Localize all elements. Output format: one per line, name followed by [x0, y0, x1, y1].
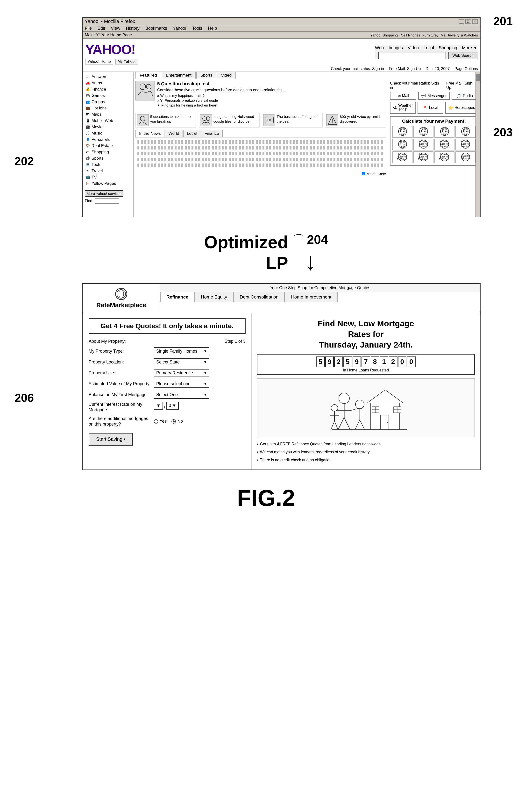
interest-dropdown-1[interactable]: ▼	[156, 403, 160, 408]
sign-in-link[interactable]: Sign in	[390, 81, 439, 90]
loan-15yr[interactable]: 15 yrFixed Loan	[393, 139, 413, 150]
tab-featured[interactable]: Featured	[135, 72, 161, 79]
lp-tab-refinance[interactable]: Refinance	[160, 292, 195, 302]
messenger-button[interactable]: 💬Messenger	[418, 92, 450, 100]
mail-button[interactable]: ✉Mail	[390, 92, 416, 100]
loan-125k[interactable]: $125,000Loan for$535/mo.	[414, 139, 434, 150]
loan-50yr[interactable]: 50 yrFixed Loan	[393, 126, 413, 138]
optimized-text: Optimized	[204, 232, 288, 253]
my-yahoo-tab[interactable]: My Yahoo!	[115, 59, 138, 64]
small-article-3-text[interactable]: The best tech offerings of the year	[277, 114, 322, 126]
start-saving-button[interactable]: Start Saving •	[89, 433, 133, 445]
tab-video[interactable]: Video	[217, 72, 236, 79]
small-article-4-text[interactable]: 800-yr old Aztec pyramid discovered	[340, 114, 385, 126]
use-select[interactable]: Primary Residence ▼	[154, 369, 209, 377]
property-type-select[interactable]: Single Family Homes ▼	[154, 347, 209, 355]
menu-edit[interactable]: Edit	[98, 26, 105, 31]
menu-tools[interactable]: Tools	[192, 26, 202, 31]
tab-local[interactable]: Local	[423, 45, 434, 51]
radio-button[interactable]: 🎵Radio	[452, 92, 478, 100]
local-button[interactable]: 📍Local	[418, 102, 443, 114]
house-image	[257, 378, 475, 437]
estimated-value-select[interactable]: Please select one ▼	[154, 380, 209, 388]
interest-dropdown-2[interactable]: ▼	[172, 403, 176, 408]
news-tab-finance[interactable]: Finance	[201, 130, 223, 137]
menu-view[interactable]: View	[111, 26, 120, 31]
maximize-button[interactable]: □	[466, 19, 471, 24]
sidebar-item-movies[interactable]: 🎬Movies	[85, 124, 131, 130]
find-input[interactable]	[95, 198, 119, 204]
weather-button[interactable]: 🌤Weather 10° F	[390, 102, 416, 114]
sidebar-item-tech[interactable]: 💻Tech	[85, 162, 131, 168]
tab-sports[interactable]: Sports	[196, 72, 216, 79]
sidebar-item-travel[interactable]: ✈Travel	[85, 168, 131, 174]
sidebar-item-music[interactable]: 🎵Music	[85, 130, 131, 136]
free-mail-signup[interactable]: Free Mail: Sign Up	[446, 81, 478, 90]
interest-box-right[interactable]: 0 ▼	[166, 402, 179, 410]
news-tab-inthenews[interactable]: In the News	[135, 130, 165, 137]
news-tab-local[interactable]: Local	[183, 130, 201, 137]
sidebar-item-autos[interactable]: 🚗Autos	[85, 80, 131, 86]
sidebar-item-realestate[interactable]: 🏠Real Estate	[85, 143, 131, 149]
tab-more[interactable]: More ▼	[462, 45, 477, 51]
search-input[interactable]	[378, 52, 446, 59]
menu-bookmarks[interactable]: Bookmarks	[145, 26, 167, 31]
location-select[interactable]: Select State ▼	[154, 358, 209, 366]
lp-tab-homeimprovement[interactable]: Home Improvement	[285, 292, 338, 302]
sidebar-item-games[interactable]: 🎮Games	[85, 93, 131, 99]
loan-360k[interactable]: $360,000Loan for$1,430/mo.	[414, 151, 434, 163]
sidebar-item-personals[interactable]: 👤Personals	[85, 136, 131, 143]
news-tab-world[interactable]: World	[165, 130, 183, 137]
sidebar-item-yellowpages[interactable]: 📋Yellow Pages	[85, 181, 131, 187]
sidebar-item-hotjobs[interactable]: 💼HotJobs	[85, 105, 131, 111]
loan-225k[interactable]: $225,000Loan for$961/mo.	[455, 139, 475, 150]
close-button[interactable]: ✕	[472, 19, 478, 24]
loan-175k[interactable]: $175,000Loan for$749/mo.	[434, 139, 455, 150]
loan-20yr[interactable]: 20 yrFixed Loan	[455, 126, 475, 138]
scrollbar-thumb[interactable]	[476, 74, 480, 81]
page-options[interactable]: Page Options	[455, 67, 478, 71]
lp-tab-homeequity[interactable]: Home Equity	[195, 292, 233, 302]
sidebar-item-finance[interactable]: 💰Finance	[85, 86, 131, 93]
free-mail-text[interactable]: Free Mail: Sign Up	[389, 67, 421, 71]
loan-30yr[interactable]: 30 yrFixed Loan	[434, 126, 455, 138]
loan-275k[interactable]: $275,000Loan for$1,178/mo.	[393, 151, 413, 163]
news-tabs: In the News World Local Finance	[135, 130, 386, 137]
sidebar-item-tv[interactable]: 📺TV	[85, 174, 131, 181]
tab-video[interactable]: Video	[407, 45, 419, 51]
home-page-link[interactable]: Make Y! Your Home Page	[85, 33, 132, 37]
sidebar-item-sports[interactable]: ⚽Sports	[85, 155, 131, 162]
sidebar-item-answers[interactable]: □Answers	[85, 74, 131, 80]
match-case-label: Match Case	[366, 172, 386, 176]
sidebar-item-mobile[interactable]: 📱Mobile Web	[85, 118, 131, 124]
more-services-button[interactable]: More Yahoo! services	[85, 190, 124, 197]
sidebar-item-maps[interactable]: 🗺Maps	[85, 111, 131, 118]
interest-box-left[interactable]: ▼	[154, 402, 163, 410]
sidebar-item-groups[interactable]: 👥Groups	[85, 99, 131, 105]
small-article-1-text[interactable]: 5 questions to ask before you break up	[150, 114, 195, 126]
match-case-checkbox[interactable]	[362, 172, 365, 175]
yahoo-home-tab[interactable]: Yahoo! Home	[85, 59, 113, 64]
sidebar-item-shopping[interactable]: 🛍Shopping	[85, 149, 131, 155]
tab-images[interactable]: Images	[388, 45, 403, 51]
menu-yahoo[interactable]: Yahoo!	[173, 26, 186, 31]
form-row-interest: Current Interest Rate on My Mortgage: ▼ …	[89, 402, 246, 413]
loan-more[interactable]: LearnMore »	[455, 151, 475, 163]
horoscopes-button[interactable]: ⭐Horoscopes	[445, 102, 478, 114]
lp-tab-debtconsolidation[interactable]: Debt Consolidation	[233, 292, 285, 302]
loan-525k[interactable]: $525,000Loan for$1,817/mo.	[434, 151, 455, 163]
minimize-button[interactable]: _	[459, 19, 464, 24]
small-article-2-text[interactable]: Long-standing Hollywood couple files for…	[213, 114, 259, 126]
tab-web[interactable]: Web	[375, 45, 384, 51]
balance-select[interactable]: Select One ▼	[154, 391, 209, 399]
menu-file[interactable]: File	[85, 26, 92, 31]
tab-entertainment[interactable]: Entertainment	[162, 72, 196, 79]
browser-scrollbar[interactable]	[475, 72, 480, 217]
loan-40yr[interactable]: 40 yrFixed Loan	[414, 126, 434, 138]
menu-history[interactable]: History	[126, 26, 139, 31]
tab-shopping[interactable]: Shopping	[439, 45, 457, 51]
radio-yes[interactable]: Yes	[154, 419, 167, 424]
menu-help[interactable]: Help	[208, 26, 217, 31]
radio-no[interactable]: No	[171, 419, 183, 424]
search-button[interactable]: Web Search	[449, 52, 477, 59]
